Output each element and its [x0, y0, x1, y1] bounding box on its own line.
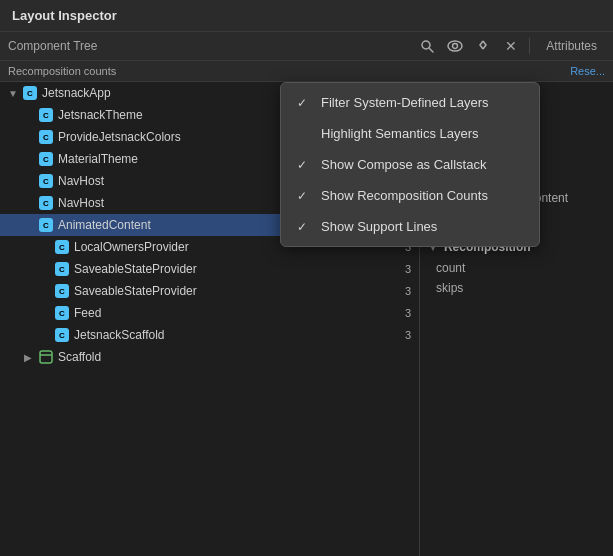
search-icon[interactable]	[417, 36, 437, 56]
tree-item[interactable]: CSaveableStateProvider3	[0, 258, 419, 280]
tree-item-label: SaveableStateProvider	[74, 284, 397, 298]
attr-count: count	[420, 258, 613, 278]
divider	[529, 38, 530, 54]
tree-item[interactable]: ▶ Scaffold	[0, 346, 419, 368]
svg-line-1	[430, 49, 434, 53]
toolbar: Component Tree ✕ Attributes	[0, 32, 613, 61]
component-icon: C	[54, 261, 70, 277]
checkmark-icon: ✓	[297, 189, 313, 203]
component-icon: C	[38, 129, 54, 145]
main-content: ▼CJetsnackAppCJetsnackThemeCProvideJetsn…	[0, 82, 613, 556]
component-icon: C	[38, 107, 54, 123]
tree-item-label: Feed	[74, 306, 397, 320]
tree-item[interactable]: CSaveableStateProvider3	[0, 280, 419, 302]
component-icon	[38, 349, 54, 365]
app-title: Layout Inspector	[12, 8, 117, 23]
dropdown-item[interactable]: Highlight Semantics Layers	[281, 118, 539, 149]
tree-item[interactable]: CFeed3	[0, 302, 419, 324]
eye-icon[interactable]	[445, 36, 465, 56]
dropdown-item-label: Show Recomposition Counts	[321, 188, 488, 203]
recomposition-count: 3	[405, 285, 411, 297]
attr-skips: skips	[420, 278, 613, 298]
tree-arrow-icon: ▶	[24, 352, 38, 363]
svg-rect-4	[40, 351, 52, 363]
component-icon: C	[54, 327, 70, 343]
dropdown-item[interactable]: ✓Filter System-Defined Layers	[281, 87, 539, 118]
sort-icon[interactable]	[473, 36, 493, 56]
recomposition-label: Recomposition counts	[8, 65, 116, 77]
dropdown-item[interactable]: ✓Show Compose as Callstack	[281, 149, 539, 180]
component-icon: C	[38, 151, 54, 167]
recomposition-count: 3	[405, 307, 411, 319]
tree-item-label: SaveableStateProvider	[74, 262, 397, 276]
svg-point-3	[453, 44, 458, 49]
dropdown-item-label: Filter System-Defined Layers	[321, 95, 489, 110]
attributes-label: Attributes	[538, 39, 605, 53]
svg-point-0	[422, 41, 430, 49]
dropdown-item-label: Highlight Semantics Layers	[321, 126, 479, 141]
checkmark-icon: ✓	[297, 96, 313, 110]
dropdown-item[interactable]: ✓Show Support Lines	[281, 211, 539, 242]
tree-item-label: Scaffold	[58, 350, 411, 364]
dropdown-item-label: Show Compose as Callstack	[321, 157, 486, 172]
component-icon: C	[54, 283, 70, 299]
dropdown-item-label: Show Support Lines	[321, 219, 437, 234]
component-icon: C	[38, 217, 54, 233]
tree-item[interactable]: CJetsnackScaffold3	[0, 324, 419, 346]
component-tree-label: Component Tree	[8, 39, 413, 53]
recomposition-count: 3	[405, 263, 411, 275]
title-bar: Layout Inspector	[0, 0, 613, 32]
toolbar-icons: ✕ Attributes	[417, 36, 605, 56]
dropdown-menu: ✓Filter System-Defined LayersHighlight S…	[280, 82, 540, 247]
tree-arrow-icon: ▼	[8, 88, 22, 99]
close-icon[interactable]: ✕	[501, 36, 521, 56]
checkmark-icon: ✓	[297, 220, 313, 234]
tree-item-label: JetsnackScaffold	[74, 328, 397, 342]
recomposition-bar: Recomposition counts Rese...	[0, 61, 613, 82]
component-icon: C	[22, 85, 38, 101]
component-icon: C	[38, 195, 54, 211]
component-icon: C	[54, 239, 70, 255]
dropdown-item[interactable]: ✓Show Recomposition Counts	[281, 180, 539, 211]
component-icon: C	[38, 173, 54, 189]
reset-link[interactable]: Rese...	[570, 65, 605, 77]
component-icon: C	[54, 305, 70, 321]
recomposition-count: 3	[405, 329, 411, 341]
svg-point-2	[448, 41, 462, 51]
checkmark-icon: ✓	[297, 158, 313, 172]
